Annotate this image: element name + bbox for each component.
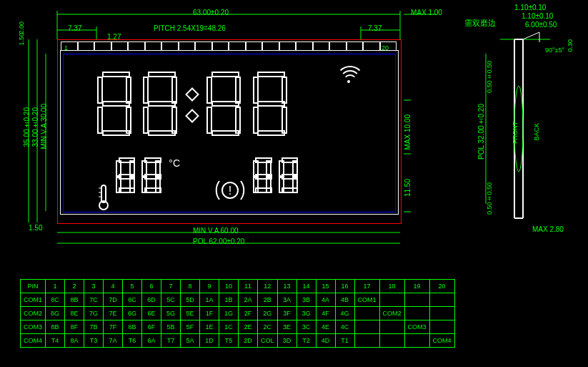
table-header: 16 [335, 280, 354, 293]
table-cell: 8E [65, 307, 84, 320]
table-cell: 1E [200, 320, 219, 334]
dim-side-max280: MAX 2.80 [532, 225, 564, 233]
table-cell: COM4 [21, 334, 46, 348]
dim-side-030: 0.30 [567, 39, 574, 52]
table-cell: 2C [258, 320, 278, 334]
table-header: 14 [297, 280, 316, 293]
dim-side-110b: 1.10±0.10 [522, 12, 553, 20]
table-header: 13 [277, 280, 297, 293]
table-cell: T6 [123, 334, 142, 348]
table-cell: 3D [277, 334, 297, 348]
table-header: 20 [429, 280, 454, 293]
table-cell: 5G [161, 307, 181, 320]
table-cell: COM2 [21, 307, 46, 320]
table-header: 2 [65, 280, 84, 293]
table-cell: 5E [181, 307, 200, 320]
table-cell: 3B [297, 293, 316, 307]
dim-side-110a: 1.10±0.10 [514, 4, 546, 11]
table-cell: 2G [258, 307, 278, 320]
thermometer-icon [96, 180, 111, 208]
dim-side-600: 6.00±0.50 [525, 21, 557, 29]
table-cell: T5 [219, 334, 239, 348]
table-cell: 2D [239, 334, 258, 348]
table-cell [429, 307, 454, 320]
table-cell: 1B [219, 293, 239, 307]
table-header: 9 [200, 280, 219, 293]
table-cell: T4 [46, 334, 65, 348]
table-cell: 5B [161, 320, 181, 334]
label-front: FRONT [512, 122, 519, 144]
table-cell [404, 334, 429, 348]
wifi-icon [336, 66, 364, 87]
table-cell: COM1 [21, 293, 46, 307]
table-cell: 4F [316, 307, 335, 320]
svg-text:!: ! [228, 185, 231, 197]
table-cell: 2E [239, 320, 258, 334]
table-cell [429, 320, 454, 334]
table-cell: 4G [335, 307, 354, 320]
table-cell: 1F [200, 307, 219, 320]
table-cell: 5D [181, 293, 200, 307]
table-cell: 4C [335, 320, 354, 334]
table-header: 19 [404, 280, 429, 293]
dim-top-width: 63.00±0.20 [193, 9, 229, 16]
table-cell: 6G [123, 307, 142, 320]
alarm-digit-2 [278, 157, 298, 193]
dim-right-max1: MAX 1.00 [411, 9, 442, 16]
table-cell: 4D [316, 334, 335, 348]
pin-table: PIN1234567891011121314151617181920 COM18… [20, 279, 455, 348]
label-back: BACK [533, 123, 540, 141]
table-cell: 7B [84, 320, 104, 334]
table-cell [354, 320, 379, 334]
table-cell: 1G [219, 307, 239, 320]
table-header: 8 [181, 280, 200, 293]
dim-left-v1: 2.00 [18, 21, 25, 34]
table-cell: 5A [181, 334, 200, 348]
dim-side-050b: 0.50±0.50 [486, 182, 493, 215]
dim-left-h1: 35.00±0.20 [23, 107, 31, 147]
table-cell: 6F [142, 320, 161, 334]
table-cell: 6B [123, 320, 142, 334]
table-header: 3 [84, 280, 104, 293]
table-cell: 6E [142, 307, 161, 320]
table-header: 17 [354, 280, 379, 293]
table-cell: 3A [277, 293, 297, 307]
table-header: 7 [161, 280, 181, 293]
table-header: 18 [379, 280, 404, 293]
temp-digit-1 [115, 157, 135, 193]
table-cell: 6D [142, 293, 161, 307]
table-cell: 8B [46, 320, 65, 334]
table-header: 6 [142, 280, 161, 293]
table-cell: COM2 [379, 307, 404, 320]
table-cell: 6C [123, 293, 142, 307]
table-cell: 3G [297, 307, 316, 320]
dim-bot-pol: POL 62.00±0.20 [193, 238, 244, 245]
dim-left-bot: 1.50 [29, 224, 42, 232]
table-cell: 4B [335, 293, 354, 307]
table-header: 11 [239, 280, 258, 293]
digit-4 [252, 72, 288, 136]
pin-row [61, 41, 397, 52]
digit-3 [206, 72, 241, 136]
table-cell: 5F [181, 320, 200, 334]
table-cell: 2A [239, 293, 258, 307]
table-cell: 3E [277, 320, 297, 334]
table-cell [379, 334, 404, 348]
table-cell: 1D [200, 334, 219, 348]
table-cell [429, 293, 454, 307]
alarm-icon: ! [212, 172, 248, 208]
main-time-display [93, 72, 291, 139]
degree-label: °C [169, 157, 180, 169]
dim-pitch: PITCH 2.54X19=48.26 [154, 24, 226, 32]
table-cell: COM1 [354, 293, 379, 307]
table-cell: 2F [239, 307, 258, 320]
table-header: 10 [219, 280, 239, 293]
table-cell: 4E [316, 320, 335, 334]
table-cell: 8B [65, 293, 84, 307]
table-header: PIN [21, 280, 46, 293]
table-cell: T1 [335, 334, 354, 348]
table-cell: COM3 [404, 320, 429, 334]
table-cell: 8G [46, 307, 65, 320]
table-header: 15 [316, 280, 335, 293]
table-cell [379, 293, 404, 307]
